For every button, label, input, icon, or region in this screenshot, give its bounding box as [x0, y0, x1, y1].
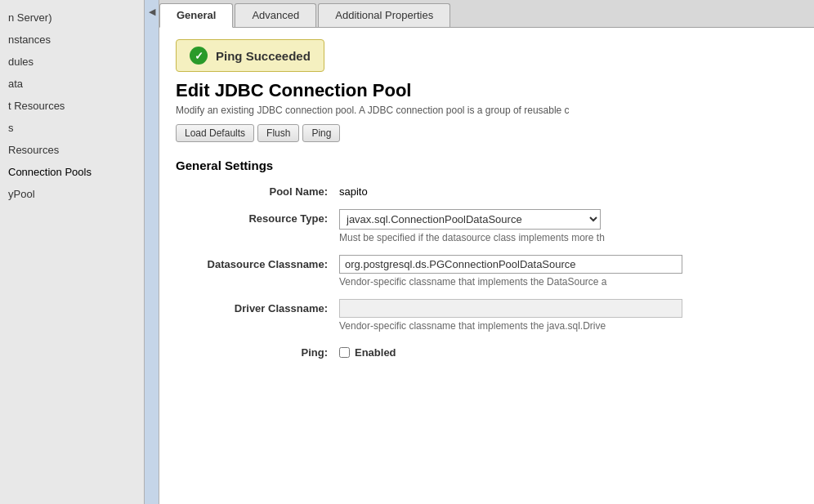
pool-name-text: sapito [339, 182, 798, 198]
driver-classname-value: Vendor-specific classname that implement… [339, 299, 798, 332]
content-panel: ✓ Ping Succeeded Edit JDBC Connection Po… [159, 28, 814, 504]
driver-classname-hint: Vendor-specific classname that implement… [339, 320, 798, 332]
page-title: Edit JDBC Connection Pool [176, 80, 798, 101]
sidebar-item-resources[interactable]: Resources [0, 139, 144, 161]
driver-classname-input[interactable] [339, 299, 682, 318]
page-description: Modify an existing JDBC connection pool.… [176, 105, 798, 116]
ping-enabled-checkbox[interactable] [339, 347, 350, 358]
load-defaults-button[interactable]: Load Defaults [176, 124, 254, 142]
tab-general[interactable]: General [159, 3, 233, 28]
resource-type-row: Resource Type: javax.sql.ConnectionPoolD… [176, 209, 798, 243]
sidebar-nav: n Server) nstances dules ata t Resources… [0, 0, 144, 212]
driver-classname-row: Driver Classname: Vendor-specific classn… [176, 299, 798, 332]
datasource-classname-value: Vendor-specific classname that implement… [339, 255, 798, 288]
ping-success-icon: ✓ [190, 47, 208, 65]
datasource-classname-label: Datasource Classname: [176, 255, 339, 270]
ping-button[interactable]: Ping [302, 124, 340, 142]
resource-type-select[interactable]: javax.sql.ConnectionPoolDataSource javax… [339, 209, 601, 230]
pool-name-label: Pool Name: [176, 182, 339, 198]
ping-label: Ping: [176, 343, 339, 359]
checkmark-icon: ✓ [195, 51, 204, 61]
action-buttons: Load Defaults Flush Ping [176, 124, 798, 142]
sidebar-item-data[interactable]: ata [0, 73, 144, 95]
resource-type-label: Resource Type: [176, 209, 339, 225]
resource-type-value: javax.sql.ConnectionPoolDataSource javax… [339, 209, 798, 243]
sidebar-collapse-icon: ◀ [149, 7, 155, 17]
main-content: General Advanced Additional Properties ✓… [159, 0, 814, 504]
general-settings-heading: General Settings [176, 155, 798, 172]
sidebar-item-pool[interactable]: yPool [0, 183, 144, 205]
tab-advanced[interactable]: Advanced [235, 3, 316, 27]
resource-type-hint: Must be specified if the datasource clas… [339, 232, 798, 243]
ping-enabled-row: Ping: Enabled [176, 343, 798, 359]
sidebar-item-modules[interactable]: dules [0, 51, 144, 73]
tab-bar: General Advanced Additional Properties [159, 0, 814, 28]
sidebar-toggle-button[interactable]: ◀ [144, 0, 159, 504]
sidebar-item-instances[interactable]: nstances [0, 29, 144, 51]
pool-name-value: sapito [339, 182, 798, 198]
ping-success-text: Ping Succeeded [216, 49, 311, 63]
datasource-classname-input[interactable] [339, 255, 682, 274]
datasource-classname-row: Datasource Classname: Vendor-specific cl… [176, 255, 798, 288]
flush-button[interactable]: Flush [257, 124, 299, 142]
ping-checkbox-container: Enabled [339, 343, 798, 359]
sidebar-item-server[interactable]: n Server) [0, 7, 144, 29]
sidebar-item-connection-pools[interactable]: Connection Pools [0, 161, 144, 183]
sidebar-item-ext-resources[interactable]: t Resources [0, 95, 144, 117]
form-table: Pool Name: sapito Resource Type: javax.s… [176, 182, 798, 359]
pool-name-row: Pool Name: sapito [176, 182, 798, 198]
datasource-classname-hint: Vendor-specific classname that implement… [339, 276, 798, 288]
sidebar-item-s[interactable]: s [0, 117, 144, 139]
ping-value: Enabled [339, 343, 798, 359]
tab-additional-properties[interactable]: Additional Properties [318, 3, 450, 27]
ping-enabled-label: Enabled [355, 346, 396, 359]
ping-success-banner: ✓ Ping Succeeded [176, 39, 324, 72]
sidebar: n Server) nstances dules ata t Resources… [0, 0, 159, 504]
driver-classname-label: Driver Classname: [176, 299, 339, 314]
